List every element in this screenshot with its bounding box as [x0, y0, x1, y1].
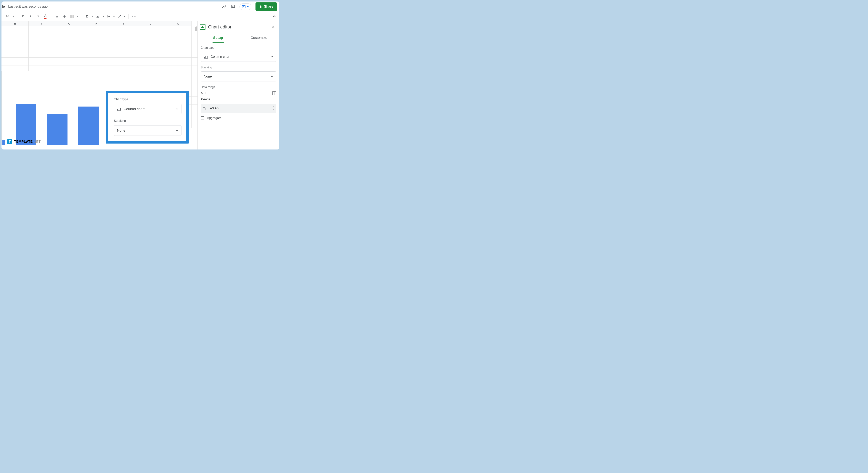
panel-body: Chart type Column chart Stacking None Da…: [198, 42, 279, 120]
text-color-button[interactable]: A: [42, 13, 49, 20]
h-align-caret[interactable]: [91, 15, 94, 17]
svg-text:T: T: [203, 107, 205, 110]
chart-bars: [2, 97, 99, 145]
panel-title: Chart editor: [208, 24, 268, 30]
stacking-label: Stacking: [200, 66, 276, 69]
column-header[interactable]: G: [56, 21, 83, 26]
font-size-caret[interactable]: [12, 15, 14, 17]
callout-stacking-label: Stacking: [114, 119, 182, 123]
caret-down-icon: [271, 55, 273, 58]
svg-rect-5: [70, 15, 71, 18]
column-header[interactable]: K: [164, 21, 191, 26]
bold-button[interactable]: B: [20, 13, 26, 20]
aggregate-label: Aggregate: [207, 116, 221, 120]
tab-customize[interactable]: Customize: [239, 33, 279, 42]
v-align-caret[interactable]: [102, 15, 104, 17]
svg-rect-16: [120, 108, 121, 111]
stacking-value: None: [204, 74, 212, 78]
stacking-dropdown[interactable]: None: [200, 71, 276, 82]
borders-button[interactable]: [61, 13, 68, 20]
separator: [128, 14, 129, 19]
caret-down-icon: [176, 108, 178, 110]
svg-point-30: [273, 106, 274, 107]
column-header[interactable]: F: [29, 21, 56, 26]
h-align-button[interactable]: [84, 13, 90, 20]
data-range-row: A3:B: [200, 91, 276, 95]
callout-chart-type-label: Chart type: [114, 97, 182, 101]
callout-chart-type-dropdown[interactable]: Column chart: [114, 104, 182, 114]
present-dropdown[interactable]: [240, 3, 251, 10]
svg-point-32: [273, 109, 274, 110]
header-row: lp Last edit was seconds ago Share: [1, 1, 279, 12]
caret-down-icon: [176, 129, 178, 132]
bar: [78, 106, 99, 145]
tutorial-callout: Chart type Column chart Stacking None: [105, 91, 189, 144]
column-chart-icon: [204, 55, 208, 59]
rotation-button[interactable]: [116, 13, 123, 20]
scrollbar-thumb[interactable]: [195, 26, 197, 31]
svg-rect-1: [56, 17, 58, 18]
select-range-icon[interactable]: [272, 91, 276, 95]
svg-rect-19: [202, 26, 203, 28]
chart-type-value: Column chart: [211, 55, 230, 59]
trend-icon[interactable]: [222, 4, 226, 9]
aggregate-row: Aggregate: [200, 116, 276, 120]
column-header[interactable]: I: [110, 21, 137, 26]
caret-down-icon: [247, 6, 249, 7]
share-button[interactable]: Share: [255, 2, 277, 11]
comments-icon[interactable]: [230, 4, 236, 9]
data-range-value[interactable]: A3:B: [200, 91, 208, 95]
collapse-toolbar-button[interactable]: [271, 13, 277, 20]
chart-object[interactable]: [1, 71, 115, 146]
column-header[interactable]: H: [83, 21, 110, 26]
svg-rect-14: [117, 109, 118, 111]
font-size-value[interactable]: 10: [3, 15, 11, 18]
wrap-button[interactable]: [105, 13, 112, 20]
more-vert-icon[interactable]: [273, 106, 274, 111]
callout-stacking-dropdown[interactable]: None: [114, 125, 182, 136]
svg-rect-18: [201, 27, 202, 28]
aggregate-checkbox[interactable]: [200, 116, 204, 120]
share-label: Share: [264, 5, 273, 8]
strikethrough-button[interactable]: S: [35, 13, 41, 20]
merge-caret[interactable]: [76, 15, 79, 17]
header-left: lp Last edit was seconds ago: [1, 5, 48, 8]
tab-setup[interactable]: Setup: [198, 33, 239, 42]
merge-button[interactable]: [69, 13, 75, 20]
svg-rect-6: [72, 15, 73, 18]
header-right: Share: [222, 2, 277, 11]
x-axis-chip[interactable]: TT A3:A6: [200, 104, 276, 113]
svg-rect-23: [207, 56, 208, 58]
column-header[interactable]: J: [137, 21, 164, 26]
svg-rect-15: [119, 108, 119, 111]
close-button[interactable]: [271, 24, 276, 30]
spreadsheet-area[interactable]: E F G H I J K: [1, 21, 197, 150]
chart-editor-icon: [200, 24, 206, 30]
column-header[interactable]: E: [1, 21, 29, 26]
last-edit-link[interactable]: Last edit was seconds ago: [8, 5, 48, 8]
app-frame: lp Last edit was seconds ago Share 10: [1, 1, 279, 150]
text-icon: TT: [203, 107, 207, 110]
more-button[interactable]: •••: [131, 13, 137, 20]
svg-text:T: T: [205, 108, 206, 110]
svg-rect-21: [204, 57, 205, 58]
watermark-text: TEMPLATE.NET: [14, 140, 41, 144]
fill-color-button[interactable]: [54, 13, 60, 20]
menu-fragment[interactable]: lp: [2, 5, 5, 8]
rotation-caret[interactable]: [124, 15, 126, 17]
v-align-button[interactable]: [95, 13, 101, 20]
watermark-badge: T: [7, 139, 12, 144]
panel-header: Chart editor: [198, 21, 279, 33]
chart-editor-panel: Chart editor Setup Customize Chart type …: [197, 21, 279, 150]
column-chart-icon: [117, 107, 121, 111]
italic-button[interactable]: I: [27, 13, 34, 20]
chart-type-dropdown[interactable]: Column chart: [200, 52, 276, 62]
bar: [2, 139, 5, 145]
panel-tabs: Setup Customize: [198, 33, 279, 42]
wrap-caret[interactable]: [113, 15, 115, 17]
toolbar: 10 B I S A •••: [1, 12, 279, 21]
callout-chart-type-value: Column chart: [124, 107, 145, 111]
callout-stacking-value: None: [117, 128, 125, 132]
svg-point-31: [273, 108, 274, 108]
chart-type-label: Chart type: [200, 46, 276, 50]
